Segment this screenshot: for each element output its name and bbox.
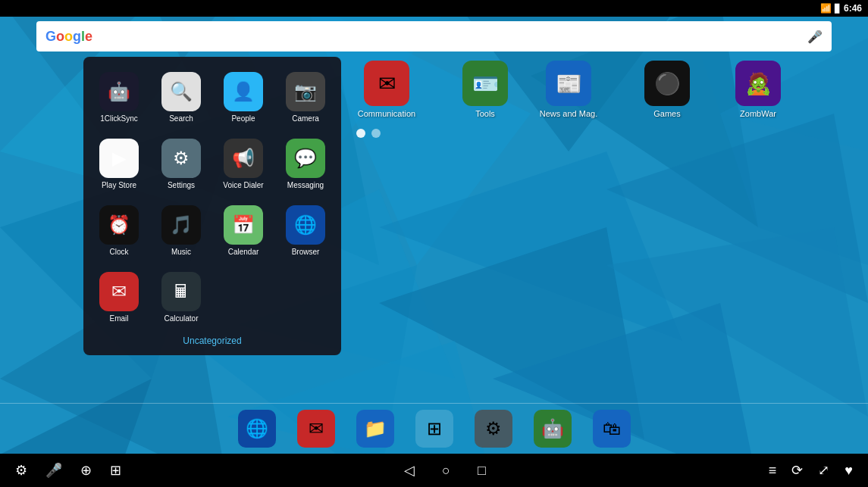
app-item-people[interactable]: 👤People — [214, 66, 273, 130]
desktop-icon-games[interactable]: ⚫Games — [637, 61, 697, 118]
app-icon-music: 🎵 — [161, 205, 201, 245]
search-mic-icon[interactable]: 🎤 — [807, 30, 823, 44]
app-item-email[interactable]: ✉Email — [89, 266, 149, 329]
app-label-email: Email — [109, 314, 128, 323]
taskbar-icon-gmail-tb[interactable]: ✉ — [297, 410, 335, 448]
wifi-icon: 📶 — [820, 3, 832, 14]
nav-home-nav[interactable]: ○ — [442, 463, 450, 479]
app-label-music: Music — [171, 248, 191, 257]
desktop-label-zombwar: ZombWar — [740, 109, 776, 118]
nav-bar: ⚙🎤⊕⊞ ◁○□ ≡⟳⤢♥ — [0, 454, 868, 487]
taskbar-icon-android-tb[interactable]: 🤖 — [534, 410, 572, 448]
app-icon-settings: ⚙ — [161, 139, 201, 178]
desktop-icon-tools[interactable]: 🪪Tools — [455, 61, 515, 118]
desktop-img-zombwar: 🧟 — [735, 61, 781, 106]
app-item-playstore[interactable]: ▶Play Store — [89, 133, 149, 196]
app-label-calculator: Calculator — [164, 314, 198, 323]
app-item-browser[interactable]: 🌐Browser — [276, 199, 335, 263]
desktop-label-tools: Tools — [475, 109, 495, 118]
taskbar-icon-filemanager-tb[interactable]: 📁 — [356, 410, 394, 448]
app-item-1clicksync[interactable]: 🤖1ClickSync — [89, 66, 149, 130]
nav-recents-nav[interactable]: □ — [478, 463, 486, 479]
app-item-calendar[interactable]: 📅Calendar — [214, 199, 273, 263]
desktop-label-games: Games — [653, 109, 680, 118]
app-label-playstore: Play Store — [102, 181, 136, 190]
taskbar-icon-browser-tb[interactable]: 🌐 — [238, 410, 276, 448]
app-label-camera: Camera — [292, 114, 319, 123]
app-item-settings[interactable]: ⚙Settings — [152, 133, 211, 196]
app-icon-voicedialer: 📢 — [224, 139, 263, 178]
app-label-people: People — [231, 114, 255, 123]
app-icon-camera: 📷 — [286, 72, 325, 111]
app-icon-browser: 🌐 — [286, 205, 325, 245]
app-label-search: Search — [169, 114, 193, 123]
app-icon-calculator: 🖩 — [161, 272, 201, 311]
app-item-search[interactable]: 🔍Search — [152, 66, 211, 130]
app-item-messaging[interactable]: 💬Messaging — [276, 133, 335, 196]
desktop-icon-zombwar[interactable]: 🧟ZombWar — [728, 61, 788, 118]
app-item-calculator[interactable]: 🖩Calculator — [152, 266, 211, 329]
nav-left: ⚙🎤⊕⊞ — [15, 462, 121, 479]
app-icon-playstore: ▶ — [99, 139, 139, 178]
status-bar: 📶 ▊ 6:46 — [0, 0, 868, 17]
google-logo: Google — [45, 29, 92, 45]
app-icon-email: ✉ — [99, 272, 139, 311]
desktop-img-communication: ✉ — [364, 61, 409, 106]
status-time: 6:46 — [844, 3, 862, 14]
dot-1 — [356, 129, 365, 138]
nav-mic-nav[interactable]: 🎤 — [45, 462, 62, 479]
app-icon-search: 🔍 — [161, 72, 201, 111]
dot-2 — [371, 129, 381, 138]
nav-location-nav[interactable]: ⊕ — [80, 462, 92, 479]
app-label-messaging: Messaging — [287, 181, 324, 190]
desktop-label-communication: Communication — [358, 109, 415, 118]
app-label-1clicksync: 1ClickSync — [100, 114, 137, 123]
pagination-dots — [356, 129, 381, 138]
desktop-icon-newsandmag[interactable]: 📰News and Mag. — [538, 61, 599, 118]
app-label-browser: Browser — [292, 248, 320, 257]
app-icon-1clicksync: 🤖 — [99, 72, 139, 111]
taskbar-icon-allapps-tb[interactable]: ⊞ — [415, 410, 453, 448]
nav-heart-nav[interactable]: ♥ — [844, 463, 853, 479]
nav-fullscreen-nav[interactable]: ⤢ — [818, 462, 829, 479]
battery-icon: ▊ — [835, 4, 841, 14]
nav-right: ≡⟳⤢♥ — [769, 462, 853, 479]
app-item-music[interactable]: 🎵Music — [152, 199, 211, 263]
taskbar-icon-settings-tb[interactable]: ⚙ — [475, 410, 512, 448]
nav-center: ◁○□ — [404, 462, 486, 479]
taskbar: 🌐✉📁⊞⚙🤖🛍 — [0, 404, 868, 454]
app-item-voicedialer[interactable]: 📢Voice Dialer — [214, 133, 273, 196]
app-drawer: 🤖1ClickSync🔍Search👤People📷Camera▶Play St… — [83, 57, 341, 355]
taskbar-icon-store-tb[interactable]: 🛍 — [593, 410, 631, 448]
nav-menu-nav[interactable]: ≡ — [769, 463, 777, 479]
drawer-footer: Uncategorized — [89, 336, 335, 349]
app-label-clock: Clock — [109, 248, 128, 257]
app-label-calendar: Calendar — [228, 248, 259, 257]
app-label-settings: Settings — [168, 181, 195, 190]
app-icon-people: 👤 — [224, 72, 263, 111]
nav-settings-nav[interactable]: ⚙ — [15, 462, 27, 479]
nav-grid-nav[interactable]: ⊞ — [110, 462, 121, 479]
desktop-img-tools: 🪪 — [462, 61, 508, 106]
nav-rotate-nav[interactable]: ⟳ — [791, 462, 803, 479]
desktop-img-games: ⚫ — [644, 61, 690, 106]
app-label-voicedialer: Voice Dialer — [223, 181, 263, 190]
search-bar[interactable]: Google 🎤 — [36, 21, 832, 52]
desktop-img-newsandmag: 📰 — [546, 61, 591, 106]
app-item-camera[interactable]: 📷Camera — [276, 66, 335, 130]
app-icon-messaging: 💬 — [286, 139, 325, 178]
desktop-icon-communication[interactable]: ✉Communication — [356, 61, 417, 118]
status-icons: 📶 ▊ 6:46 — [820, 3, 862, 14]
app-icon-clock: ⏰ — [99, 205, 139, 245]
nav-back-nav[interactable]: ◁ — [404, 462, 415, 479]
app-grid: 🤖1ClickSync🔍Search👤People📷Camera▶Play St… — [89, 66, 335, 329]
app-icon-calendar: 📅 — [224, 205, 263, 245]
desktop-label-newsandmag: News and Mag. — [540, 109, 597, 118]
app-item-clock[interactable]: ⏰Clock — [89, 199, 149, 263]
